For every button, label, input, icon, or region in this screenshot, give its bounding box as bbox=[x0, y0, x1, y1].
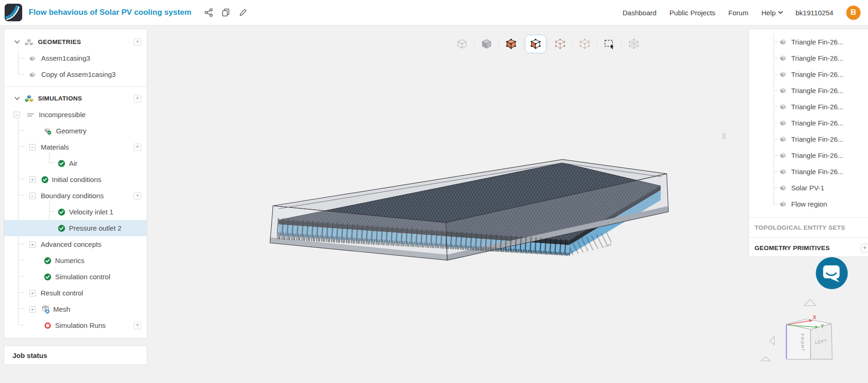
toolbar-separator bbox=[499, 38, 499, 50]
edit-icon[interactable] bbox=[238, 8, 248, 17]
chat-bubble-button[interactable] bbox=[816, 257, 848, 289]
toolbar-separator bbox=[474, 38, 475, 50]
toolbar-separator bbox=[523, 38, 524, 50]
toolbar-separator bbox=[548, 38, 548, 50]
nav-forum[interactable]: Forum bbox=[728, 9, 748, 17]
panel-resize-handle[interactable] bbox=[723, 133, 725, 139]
application-window: Flow behavious of Solar PV cooling syste… bbox=[0, 0, 868, 383]
user-avatar[interactable]: B bbox=[846, 6, 861, 20]
front-face-label: FRONT bbox=[800, 333, 805, 352]
viewport-toolbar bbox=[451, 34, 644, 54]
y-axis-label: Y bbox=[821, 323, 824, 329]
rotate-down-arrow[interactable] bbox=[761, 357, 771, 361]
select-volume-icon[interactable] bbox=[500, 35, 522, 53]
nav-dashboard[interactable]: Dashboard bbox=[623, 9, 656, 17]
duplicate-icon[interactable] bbox=[221, 8, 231, 17]
select-vertex-icon[interactable] bbox=[574, 35, 595, 53]
rotate-left-arrow[interactable] bbox=[769, 336, 774, 345]
select-face-icon[interactable] bbox=[525, 35, 546, 53]
project-title: Flow behavious of Solar PV cooling syste… bbox=[29, 8, 191, 17]
toolbar-separator bbox=[572, 38, 573, 50]
select-edge-icon[interactable] bbox=[550, 35, 571, 53]
share-icon[interactable] bbox=[204, 8, 213, 17]
x-axis-label: X bbox=[813, 314, 817, 320]
top-navigation: Dashboard Public Projects Forum Help bk1… bbox=[623, 6, 861, 20]
mesh-view-icon bbox=[623, 35, 644, 53]
help-label: Help bbox=[762, 9, 776, 17]
top-bar: Flow behavious of Solar PV cooling syste… bbox=[0, 0, 868, 25]
isometric-view-icon[interactable] bbox=[451, 35, 473, 53]
chevron-down-icon bbox=[778, 11, 783, 14]
logo-swoosh-icon bbox=[5, 4, 22, 21]
orientation-cube[interactable]: X Y FRONT LEFT bbox=[787, 314, 832, 359]
toolbar-separator bbox=[597, 38, 597, 50]
viewport-3d[interactable]: X Y FRONT LEFT bbox=[0, 25, 868, 383]
solar-pv-model[interactable] bbox=[270, 159, 668, 260]
box-select-icon[interactable] bbox=[599, 35, 620, 53]
username[interactable]: bk19110254 bbox=[796, 9, 833, 17]
toolbar-separator bbox=[621, 38, 622, 50]
nav-public-projects[interactable]: Public Projects bbox=[669, 9, 715, 17]
help-menu[interactable]: Help bbox=[762, 9, 783, 17]
solid-view-icon[interactable] bbox=[476, 35, 497, 53]
app-logo[interactable] bbox=[5, 4, 22, 21]
rotate-up-arrow[interactable] bbox=[804, 300, 816, 306]
